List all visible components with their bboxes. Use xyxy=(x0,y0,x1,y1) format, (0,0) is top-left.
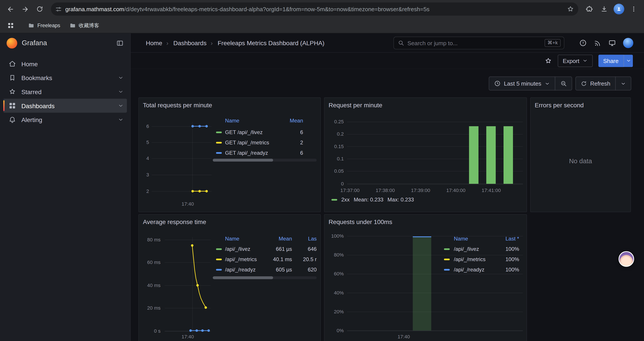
bar-under-100ms xyxy=(413,236,431,330)
export-button[interactable]: Export xyxy=(558,55,592,67)
legend-scrollbar[interactable] xyxy=(213,159,317,162)
forward-button[interactable] xyxy=(18,2,32,16)
clock-icon xyxy=(494,80,501,87)
share-button[interactable]: Share xyxy=(598,55,624,67)
gridline xyxy=(347,122,523,122)
extensions-button[interactable] xyxy=(582,2,596,16)
home-icon xyxy=(8,60,16,68)
breadcrumb-dashboards[interactable]: Dashboards xyxy=(166,39,206,46)
grafana-logo-icon[interactable] xyxy=(6,38,17,48)
site-settings-icon[interactable] xyxy=(55,6,62,13)
sidebar-item-starred[interactable]: Starred xyxy=(3,85,127,99)
sidebar: Grafana Home Bookmarks Starred xyxy=(0,33,131,341)
folder-icon xyxy=(28,22,34,29)
x-tick: 17:37:00 xyxy=(340,187,360,193)
browser-toolbar: grafana.mathmast.com/d/deytv4rwavabkb/fr… xyxy=(0,0,644,18)
arrow-left-icon xyxy=(6,5,14,13)
search-box[interactable]: ⌘+k xyxy=(394,37,564,49)
breadcrumb-home[interactable]: Home xyxy=(146,39,162,46)
sidebar-item-alerting[interactable]: Alerting xyxy=(3,113,127,127)
bookmark-icon xyxy=(8,74,16,81)
apps-shortcut-button[interactable] xyxy=(5,20,16,31)
chevron-down-icon[interactable] xyxy=(118,117,124,122)
help-button[interactable]: ? xyxy=(579,39,587,47)
bar-2xx xyxy=(469,126,478,184)
legend-header-mean[interactable]: Mean xyxy=(282,117,317,126)
url-bar[interactable]: grafana.mathmast.com/d/deytv4rwavabkb/fr… xyxy=(51,3,578,16)
downloads-button[interactable] xyxy=(597,2,611,16)
browser-menu-button[interactable] xyxy=(627,2,641,16)
search-input[interactable] xyxy=(408,40,542,46)
panel-request-per-minute: Request per minute 0.25 0.2 0.15 0.1 0.0… xyxy=(324,97,527,212)
legend-series-name[interactable]: /api/_/readyz xyxy=(225,266,265,272)
bookmark-star-icon[interactable] xyxy=(567,5,574,13)
monitor-button[interactable] xyxy=(608,39,616,47)
legend-header-name[interactable]: Name xyxy=(225,117,282,126)
bar-2xx xyxy=(504,126,513,184)
panel-requests-under-100ms: Requests under 100ms 100% 80% 60% 40% 20… xyxy=(324,214,527,341)
reload-icon xyxy=(36,5,44,13)
legend-series-name[interactable]: /api/_/livez xyxy=(225,246,265,252)
sidebar-item-label: Dashboards xyxy=(21,102,54,109)
bookmark-item-blogs[interactable]: 收藏博客 xyxy=(66,21,102,31)
bookmark-item-freeleaps[interactable]: Freeleaps xyxy=(24,21,63,31)
favorite-star-button[interactable] xyxy=(545,57,552,65)
time-range-button[interactable]: Last 5 minutes xyxy=(489,77,556,91)
series-color-dash xyxy=(444,269,450,270)
legend-table: Name Last * /api/_/livez 100% /api/_/met… xyxy=(444,233,523,274)
legend-header-mean[interactable]: Mean xyxy=(265,236,292,242)
x-tick: 17:40 xyxy=(398,334,410,339)
panel-title[interactable]: Errors per second xyxy=(531,98,630,109)
scrollbar-thumb[interactable] xyxy=(213,276,273,279)
sidebar-item-home[interactable]: Home xyxy=(3,57,127,71)
legend-header-last[interactable]: Las xyxy=(292,236,316,242)
legend-series-name[interactable]: /api/_/metrics xyxy=(225,256,265,262)
y-tick: 40% xyxy=(327,290,344,295)
x-tick: 17:39:00 xyxy=(411,187,430,193)
chevron-down-icon[interactable] xyxy=(118,75,124,81)
sidebar-item-bookmarks[interactable]: Bookmarks xyxy=(3,71,127,85)
no-data-message: No data xyxy=(531,158,630,165)
news-rss-button[interactable] xyxy=(594,39,601,47)
panel-title[interactable]: Request per minute xyxy=(324,98,526,109)
bookmarks-bar: Freeleaps 收藏博客 xyxy=(0,18,644,33)
panel-title[interactable]: Requests under 100ms xyxy=(324,215,526,225)
reload-button[interactable] xyxy=(33,2,47,16)
refresh-interval-button[interactable] xyxy=(615,77,631,91)
refresh-button[interactable]: Refresh xyxy=(576,77,616,91)
legend-series-name[interactable]: GET /api/_/readyz xyxy=(225,150,282,156)
legend-series-name[interactable]: 2xx xyxy=(341,197,350,203)
legend-series-name[interactable]: /api/_/livez xyxy=(454,246,498,252)
url-domain: grafana.mathmast.com xyxy=(65,6,124,12)
scrollbar-thumb[interactable] xyxy=(213,159,273,162)
zoom-out-button[interactable] xyxy=(555,77,572,91)
legend-max: Max: 0.233 xyxy=(388,197,414,203)
sidebar-item-dashboards[interactable]: Dashboards xyxy=(3,99,127,113)
legend-series-name[interactable]: GET /api/_/livez xyxy=(225,129,282,135)
time-range-label: Last 5 minutes xyxy=(504,80,542,87)
sidebar-item-label: Bookmarks xyxy=(21,74,52,81)
sidebar-collapse-button[interactable] xyxy=(116,39,124,47)
url-text: grafana.mathmast.com/d/deytv4rwavabkb/fr… xyxy=(65,6,567,12)
legend-header-name[interactable]: Name xyxy=(454,236,498,242)
legend-series-name[interactable]: GET /api/_/metrics xyxy=(225,139,282,146)
legend-scrollbar[interactable] xyxy=(213,276,317,279)
assistant-avatar[interactable] xyxy=(618,251,634,267)
app-header: Home Dashboards Freeleaps Metrics Dashbo… xyxy=(131,33,644,53)
breadcrumb-current: Freeleaps Metrics Dashboard (ALPHA) xyxy=(211,39,324,46)
legend-last-value: 100% xyxy=(499,266,523,272)
gridline xyxy=(347,311,523,312)
legend-series-name[interactable]: /api/_/metrics xyxy=(454,256,498,262)
grafana-app: Grafana Home Bookmarks Starred xyxy=(0,33,644,341)
share-menu-button[interactable] xyxy=(624,55,633,67)
legend-series-name[interactable]: /api/_/readyz xyxy=(454,266,498,272)
legend-header-name[interactable]: Name xyxy=(225,236,265,242)
profile-button[interactable] xyxy=(612,2,626,16)
back-button[interactable] xyxy=(3,2,17,16)
legend-header-last[interactable]: Last * xyxy=(499,236,523,242)
chevron-down-icon[interactable] xyxy=(118,89,124,95)
axis-baseline xyxy=(347,184,523,184)
y-tick: 0.2 xyxy=(327,131,344,137)
user-avatar[interactable] xyxy=(623,38,633,48)
chevron-down-icon[interactable] xyxy=(118,103,124,108)
